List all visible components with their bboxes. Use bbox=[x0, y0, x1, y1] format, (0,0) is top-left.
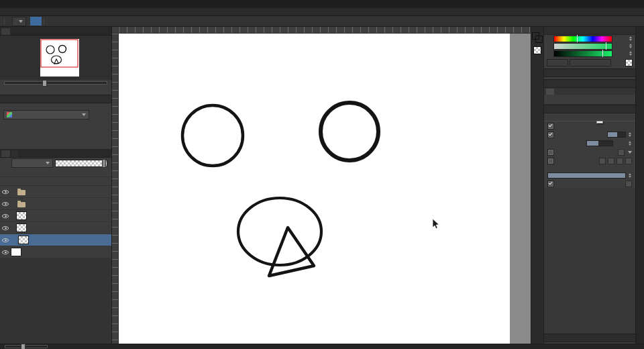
tab-layers[interactable] bbox=[1, 150, 10, 157]
layer-property-header[interactable] bbox=[0, 95, 111, 103]
canvas-drawing bbox=[119, 34, 510, 344]
tolerance-spinner[interactable] bbox=[628, 141, 632, 146]
layer-thumbnail bbox=[18, 236, 29, 244]
add-subtool-row[interactable] bbox=[544, 96, 635, 105]
subtool-tab-relleno[interactable] bbox=[546, 89, 554, 95]
toolbar-separator bbox=[4, 18, 5, 25]
mouse-cursor bbox=[433, 219, 439, 229]
clip-studio-paint-window bbox=[0, 0, 644, 349]
zoom-slider-handle[interactable] bbox=[42, 80, 47, 87]
canvas-paper[interactable] bbox=[119, 34, 510, 344]
palette-dock-strip bbox=[635, 27, 644, 344]
visibility-eye-icon[interactable] bbox=[2, 201, 9, 207]
color-slider-header[interactable] bbox=[544, 27, 635, 35]
chevron-down-icon bbox=[19, 20, 23, 23]
tab-layer-search[interactable] bbox=[11, 150, 18, 157]
saturation-spinner[interactable] bbox=[629, 44, 633, 48]
expression-color-dropdown[interactable] bbox=[3, 110, 89, 119]
right-dock bbox=[544, 27, 635, 344]
navigator-tab-bar bbox=[0, 27, 111, 36]
ref-all-layers-icon[interactable] bbox=[599, 158, 606, 164]
main-color-chip[interactable] bbox=[532, 32, 539, 40]
layer-toolbar-row1 bbox=[0, 168, 111, 177]
navigator-zoom-slider[interactable] bbox=[0, 80, 111, 86]
layer-thumbnail bbox=[16, 211, 27, 220]
canvas-area[interactable] bbox=[112, 27, 531, 344]
layer-opacity-slider[interactable] bbox=[55, 160, 107, 167]
color-chips bbox=[532, 32, 543, 44]
brush-size-grid bbox=[544, 342, 635, 344]
blend-mode-row bbox=[0, 158, 111, 168]
close-gap-spinner[interactable] bbox=[628, 132, 632, 137]
navigator-controls bbox=[0, 86, 111, 95]
status-zoom-handle[interactable] bbox=[21, 344, 25, 349]
visibility-eye-icon[interactable] bbox=[2, 250, 9, 255]
visibility-eye-icon[interactable] bbox=[2, 189, 9, 195]
layer-row-capa1[interactable] bbox=[0, 222, 111, 234]
tool-property-subtitle bbox=[544, 113, 635, 121]
ref-layer-icon[interactable] bbox=[625, 158, 632, 164]
opacity-spinner[interactable] bbox=[628, 173, 632, 178]
menu-bar bbox=[0, 8, 644, 16]
current-color-chip[interactable] bbox=[570, 59, 611, 66]
tool-property-header[interactable] bbox=[544, 105, 635, 113]
hue-slider[interactable] bbox=[553, 36, 612, 42]
subtool-tab-bar bbox=[544, 88, 635, 95]
layer-row-papel[interactable] bbox=[0, 246, 111, 258]
navigator-thumbnail[interactable] bbox=[40, 39, 79, 77]
opacity-slider[interactable] bbox=[547, 172, 626, 179]
value-slider[interactable] bbox=[553, 50, 612, 57]
layer-row-capa4[interactable] bbox=[0, 210, 111, 222]
horizontal-ruler bbox=[119, 27, 531, 34]
hue-spinner[interactable] bbox=[629, 36, 633, 41]
area-scaling-option-icon[interactable] bbox=[618, 149, 625, 156]
navigator-preview[interactable] bbox=[0, 36, 111, 80]
transparent-chip[interactable] bbox=[625, 59, 633, 66]
ruler-corner bbox=[112, 27, 119, 34]
subtool-header[interactable] bbox=[544, 79, 635, 88]
layer-row-folder1[interactable] bbox=[0, 186, 111, 198]
previous-color-chip[interactable] bbox=[547, 59, 568, 66]
visibility-eye-icon[interactable] bbox=[2, 238, 9, 243]
transparent-color-chip[interactable] bbox=[533, 46, 541, 54]
layer-toolbar-row2 bbox=[0, 177, 111, 186]
workspace-dropdown[interactable] bbox=[12, 17, 26, 26]
ref-selected-icon[interactable] bbox=[608, 158, 614, 164]
checkbox-area-scaling[interactable] bbox=[547, 149, 554, 156]
vertical-ruler bbox=[112, 34, 119, 344]
checkbox-close-gap[interactable] bbox=[547, 132, 554, 138]
opacity-slider-handle[interactable] bbox=[102, 159, 106, 168]
toolbar-separator bbox=[44, 18, 44, 25]
close-gap-slider[interactable] bbox=[607, 132, 626, 138]
color-history-header[interactable] bbox=[544, 68, 635, 77]
tab-navigator[interactable] bbox=[1, 28, 10, 35]
tool-strip bbox=[531, 27, 544, 344]
blend-mode-dropdown[interactable] bbox=[11, 158, 53, 168]
brush-size-header[interactable] bbox=[544, 334, 635, 342]
tolerance-slider[interactable] bbox=[586, 140, 613, 146]
antialias-option-icon[interactable] bbox=[625, 181, 632, 187]
checkbox-adjacent-pixels[interactable] bbox=[547, 123, 554, 130]
ref-folder-icon[interactable] bbox=[616, 158, 623, 164]
chevron-down-icon[interactable] bbox=[628, 151, 632, 154]
status-bar bbox=[0, 344, 644, 349]
document-tab[interactable] bbox=[30, 17, 42, 26]
checkbox-antialias[interactable] bbox=[547, 181, 554, 187]
layer-tab-bar bbox=[0, 149, 111, 158]
value-spinner[interactable] bbox=[629, 51, 633, 56]
layer-row-capa2-selected[interactable] bbox=[0, 234, 111, 246]
chevron-down-icon bbox=[46, 162, 50, 164]
visibility-eye-icon[interactable] bbox=[2, 213, 9, 219]
visibility-eye-icon[interactable] bbox=[2, 226, 9, 231]
chevron-down-icon bbox=[82, 113, 86, 116]
layer-row-folder2[interactable] bbox=[0, 198, 111, 210]
title-bar bbox=[0, 0, 644, 8]
checkbox-multiple-reference[interactable] bbox=[547, 158, 554, 164]
layer-thumbnail bbox=[16, 223, 27, 232]
status-zoom-slider[interactable] bbox=[5, 345, 48, 348]
saturation-slider[interactable] bbox=[553, 43, 612, 50]
layer-thumbnail bbox=[11, 248, 21, 256]
tooltip bbox=[596, 121, 603, 123]
folder-icon bbox=[17, 202, 25, 207]
command-bar bbox=[0, 16, 644, 27]
